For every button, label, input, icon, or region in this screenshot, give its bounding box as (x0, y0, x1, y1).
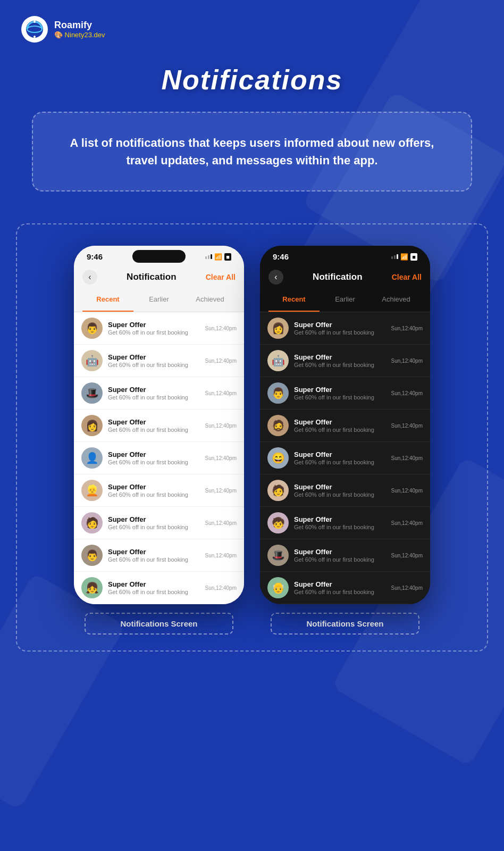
notification-offer-desc: Get 60% off in our first booking (108, 362, 200, 368)
notification-offer-desc: Get 60% off in our first booking (108, 589, 200, 595)
notch-dark (318, 250, 372, 263)
notification-content: Super OfferGet 60% off in our first book… (108, 515, 200, 530)
phone-dark-label: Notifications Screen (271, 613, 419, 635)
showcase-area: 9:46 📶 ■ ‹ Notification Clear All (16, 223, 488, 652)
status-icons-dark: 📶 ■ (391, 253, 417, 261)
clear-all-light[interactable]: Clear All (206, 273, 236, 281)
notification-offer-desc: Get 60% off in our first booking (294, 491, 386, 498)
notification-item[interactable]: 🧔Super OfferGet 60% off in our first boo… (260, 410, 430, 442)
phone-header-light: ‹ Notification Clear All (74, 265, 244, 291)
notification-item[interactable]: 👱Super OfferGet 60% off in our first boo… (74, 474, 244, 507)
brand-name: Roamify (54, 20, 105, 31)
notification-item[interactable]: 🧑Super OfferGet 60% off in our first boo… (260, 474, 430, 507)
tab-recent-light[interactable]: Recent (82, 291, 133, 307)
notification-item[interactable]: 👧Super OfferGet 60% off in our first boo… (74, 572, 244, 604)
notification-avatar: 🧑 (267, 480, 289, 501)
notification-time: Sun,12:40pm (391, 553, 423, 558)
notification-item[interactable]: 👩Super OfferGet 60% off in our first boo… (260, 312, 430, 345)
notification-time: Sun,12:40pm (205, 358, 237, 364)
notification-content: Super OfferGet 60% off in our first book… (294, 515, 386, 530)
description-box: A list of notifications that keeps users… (32, 112, 472, 191)
notification-content: Super OfferGet 60% off in our first book… (294, 450, 386, 465)
tab-achieved-dark[interactable]: Achieved (371, 291, 422, 307)
tab-achieved-light[interactable]: Achieved (184, 291, 236, 307)
page-title: Notifications (0, 53, 504, 112)
notification-content: Super OfferGet 60% off in our first book… (294, 483, 386, 498)
notification-offer-desc: Get 60% off in our first booking (294, 394, 386, 401)
notification-avatar: 🧒 (267, 512, 289, 533)
notification-offer-desc: Get 60% off in our first booking (294, 329, 386, 336)
notification-time: Sun,12:40pm (205, 488, 237, 494)
notification-content: Super OfferGet 60% off in our first book… (294, 353, 386, 368)
notification-content: Super OfferGet 60% off in our first book… (108, 483, 200, 498)
notification-time: Sun,12:40pm (205, 390, 237, 396)
notification-avatar: 👨 (81, 545, 103, 566)
notification-item[interactable]: 👤Super OfferGet 60% off in our first boo… (74, 442, 244, 474)
phone-dark: 9:46 📶 ■ ‹ Notification Clear All (260, 246, 430, 604)
notification-avatar: 👩 (267, 318, 289, 339)
notification-item[interactable]: 🎩Super OfferGet 60% off in our first boo… (260, 539, 430, 572)
notification-time: Sun,12:40pm (391, 423, 423, 429)
notification-offer-desc: Get 60% off in our first booking (108, 394, 200, 401)
notification-offer-desc: Get 60% off in our first booking (294, 362, 386, 368)
tabs-dark: Recent Earlier Achieved (260, 291, 430, 312)
notification-item[interactable]: 👨Super OfferGet 60% off in our first boo… (74, 539, 244, 572)
notification-offer-desc: Get 60% off in our first booking (294, 524, 386, 530)
notification-offer-title: Super Offer (108, 515, 200, 523)
notification-item[interactable]: 👨Super OfferGet 60% off in our first boo… (74, 312, 244, 345)
notification-avatar: 👤 (81, 447, 103, 469)
notification-item[interactable]: 🤖Super OfferGet 60% off in our first boo… (74, 345, 244, 377)
notification-offer-title: Super Offer (108, 450, 200, 458)
notch-light (132, 250, 186, 263)
status-time-dark: 9:46 (273, 252, 289, 261)
brand-info: Roamify 🎨 Ninety23.dev (54, 20, 105, 39)
notification-time: Sun,12:40pm (391, 390, 423, 396)
tab-recent-dark[interactable]: Recent (268, 291, 320, 307)
tab-earlier-light[interactable]: Earlier (133, 291, 184, 307)
notification-item[interactable]: 😄Super OfferGet 60% off in our first boo… (260, 442, 430, 474)
notification-time: Sun,12:40pm (205, 455, 237, 461)
notification-content: Super OfferGet 60% off in our first book… (294, 580, 386, 595)
notification-item[interactable]: 🤖Super OfferGet 60% off in our first boo… (260, 345, 430, 377)
phone-light-label: Notifications Screen (85, 613, 233, 635)
notification-time: Sun,12:40pm (205, 553, 237, 558)
notification-offer-desc: Get 60% off in our first booking (294, 556, 386, 563)
phone-header-dark: ‹ Notification Clear All (260, 265, 430, 291)
notification-item[interactable]: 👨Super OfferGet 60% off in our first boo… (260, 377, 430, 410)
notification-time: Sun,12:40pm (391, 520, 423, 526)
notification-offer-title: Super Offer (108, 548, 200, 556)
back-button-dark[interactable]: ‹ (268, 270, 283, 285)
svg-point-3 (33, 36, 36, 38)
notification-item[interactable]: 🧑Super OfferGet 60% off in our first boo… (74, 507, 244, 539)
notification-offer-title: Super Offer (294, 548, 386, 556)
notification-content: Super OfferGet 60% off in our first book… (108, 418, 200, 433)
notification-offer-title: Super Offer (108, 353, 200, 361)
svg-point-2 (33, 21, 36, 23)
notification-offer-title: Super Offer (294, 418, 386, 426)
notification-time: Sun,12:40pm (205, 423, 237, 429)
notification-title-dark: Notification (313, 272, 363, 282)
status-bar-dark: 9:46 📶 ■ (260, 246, 430, 265)
notification-avatar: 👱 (81, 480, 103, 501)
notification-content: Super OfferGet 60% off in our first book… (108, 548, 200, 563)
notification-content: Super OfferGet 60% off in our first book… (294, 321, 386, 336)
notification-time: Sun,12:40pm (205, 520, 237, 526)
notification-item[interactable]: 🧒Super OfferGet 60% off in our first boo… (260, 507, 430, 539)
notif-list-dark: 👩Super OfferGet 60% off in our first boo… (260, 312, 430, 604)
notification-item[interactable]: 👴Super OfferGet 60% off in our first boo… (260, 572, 430, 604)
clear-all-dark[interactable]: Clear All (392, 273, 422, 281)
tab-earlier-dark[interactable]: Earlier (320, 291, 371, 307)
back-button-light[interactable]: ‹ (82, 270, 97, 285)
notification-item[interactable]: 👩Super OfferGet 60% off in our first boo… (74, 410, 244, 442)
notification-content: Super OfferGet 60% off in our first book… (294, 386, 386, 401)
status-bar-light: 9:46 📶 ■ (74, 246, 244, 265)
app-header: Roamify 🎨 Ninety23.dev (0, 0, 504, 53)
notification-offer-title: Super Offer (294, 515, 386, 523)
notification-content: Super OfferGet 60% off in our first book… (108, 386, 200, 401)
notification-content: Super OfferGet 60% off in our first book… (108, 321, 200, 336)
wifi-icon-dark: 📶 (400, 253, 408, 261)
notification-item[interactable]: 🎩Super OfferGet 60% off in our first boo… (74, 377, 244, 410)
notification-offer-title: Super Offer (294, 353, 386, 361)
notification-time: Sun,12:40pm (205, 585, 237, 591)
notification-offer-title: Super Offer (108, 386, 200, 394)
